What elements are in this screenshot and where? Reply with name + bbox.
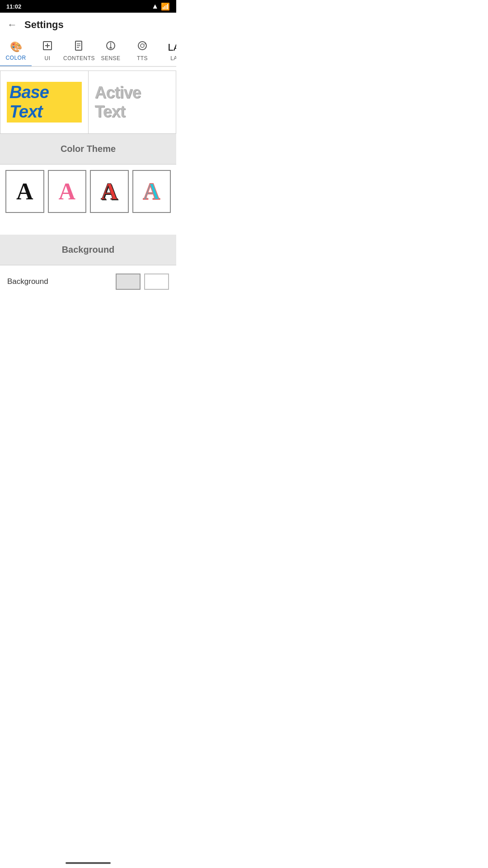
tab-tts[interactable]: TTS — [127, 37, 158, 66]
ui-tab-icon — [42, 41, 52, 53]
preview-area: Base Text Active Text — [0, 71, 176, 134]
swatch-gray[interactable] — [116, 274, 141, 290]
header: ← Settings — [0, 13, 176, 37]
theme-option-red-shadow[interactable]: A — [90, 170, 129, 213]
theme-option-teal-outline[interactable]: A — [132, 170, 171, 213]
sense-tab-label: SENSE — [101, 55, 120, 61]
back-button[interactable]: ← — [7, 19, 17, 31]
tab-color[interactable]: 🎨 COLOR — [0, 38, 32, 67]
background-swatches — [116, 274, 169, 290]
theme-option-pink[interactable]: A — [48, 170, 87, 213]
tab-sense[interactable]: SENSE — [95, 37, 127, 66]
theme-a-teal-outline-label: A — [143, 178, 160, 205]
status-time: 11:02 — [6, 3, 21, 10]
contents-tab-label: CONTENTS — [63, 55, 95, 61]
color-theme-title: Color Theme — [61, 144, 116, 154]
theme-options: A A A A — [0, 165, 176, 218]
svg-point-12 — [141, 44, 144, 47]
tab-ui[interactable]: UI — [32, 37, 63, 66]
svg-line-13 — [145, 43, 145, 44]
spacer — [0, 218, 176, 235]
background-title: Background — [62, 245, 115, 255]
preview-active: Active Text — [89, 71, 176, 133]
tts-tab-icon — [137, 41, 147, 53]
status-icons: ▲ 📶 — [151, 2, 170, 11]
swatch-white[interactable] — [144, 274, 169, 290]
tab-la[interactable]: LA LA — [158, 38, 176, 66]
signal-icon: 📶 — [161, 2, 170, 11]
base-text-label: Base Text — [7, 82, 82, 123]
contents-tab-icon — [74, 41, 84, 53]
wifi-icon: ▲ — [151, 2, 159, 10]
color-tab-label: COLOR — [5, 55, 26, 61]
tts-tab-label: TTS — [137, 55, 148, 61]
background-row-label: Background — [7, 277, 48, 286]
tab-bar: 🎨 COLOR UI CONTENTS SENSE TTS LA LA — [0, 37, 176, 67]
active-text-label: Active Text — [95, 83, 170, 121]
ui-tab-label: UI — [45, 55, 51, 61]
page-title: Settings — [24, 19, 64, 31]
svg-point-11 — [138, 42, 146, 50]
theme-option-black[interactable]: A — [5, 170, 44, 213]
color-theme-section-header: Color Theme — [0, 134, 176, 164]
sense-tab-icon — [106, 41, 116, 53]
color-tab-icon: 🎨 — [10, 41, 22, 53]
theme-a-black-label: A — [16, 178, 33, 205]
la-tab-icon: LA — [168, 42, 176, 53]
tab-contents[interactable]: CONTENTS — [63, 37, 95, 66]
status-bar: 11:02 ▲ 📶 — [0, 0, 176, 13]
la-tab-label: LA — [170, 55, 176, 61]
theme-a-red-shadow-label: A — [101, 178, 118, 205]
background-section-header: Background — [0, 235, 176, 265]
background-row: Background — [0, 265, 176, 298]
theme-a-pink-label: A — [58, 178, 75, 205]
preview-base: Base Text — [0, 71, 89, 133]
